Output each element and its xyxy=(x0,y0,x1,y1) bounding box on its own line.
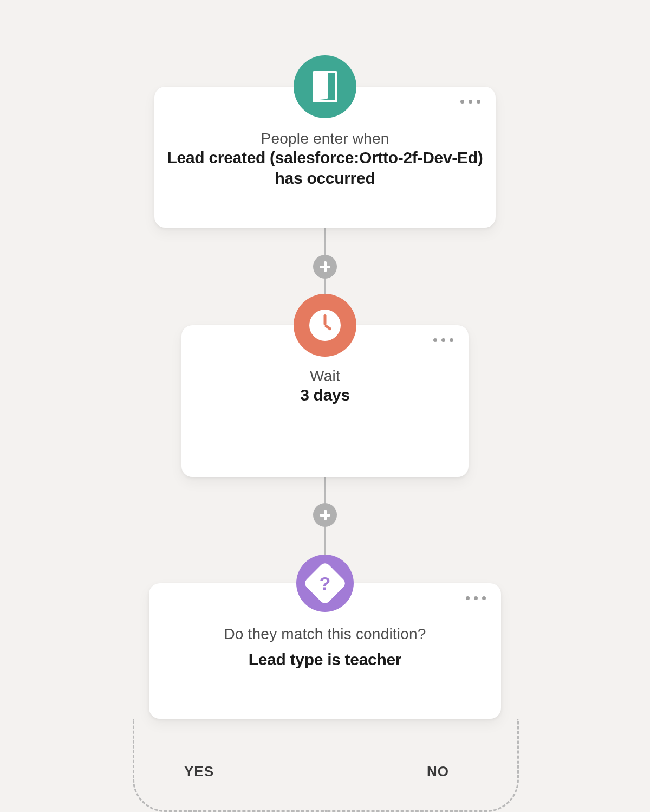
journey-canvas: People enter when Lead created (salesfor… xyxy=(0,0,650,812)
entry-trigger-card[interactable]: People enter when Lead created (salesfor… xyxy=(154,87,496,228)
entry-prompt: People enter when xyxy=(154,130,496,147)
door-icon xyxy=(294,55,356,118)
condition-expression: Lead type is teacher xyxy=(149,649,501,670)
condition-card[interactable]: ? Do they match this condition? Lead typ… xyxy=(149,583,501,719)
card-more-button[interactable] xyxy=(433,338,453,342)
question-diamond-icon: ? xyxy=(296,555,354,612)
wait-card[interactable]: Wait 3 days xyxy=(181,325,469,477)
no-branch-label: NO xyxy=(417,763,459,780)
add-step-button[interactable] xyxy=(313,503,337,527)
wait-duration: 3 days xyxy=(181,385,469,405)
clock-icon xyxy=(294,294,356,357)
yes-branch-label: YES xyxy=(174,763,224,780)
wait-label: Wait xyxy=(181,368,469,385)
entry-condition: Lead created (salesforce:Ortto-2f-Dev-Ed… xyxy=(154,147,496,188)
add-step-button[interactable] xyxy=(313,255,337,279)
yes-branch-connector xyxy=(133,719,327,812)
card-more-button[interactable] xyxy=(460,100,480,104)
condition-prompt: Do they match this condition? xyxy=(149,626,501,643)
card-more-button[interactable] xyxy=(466,596,486,600)
